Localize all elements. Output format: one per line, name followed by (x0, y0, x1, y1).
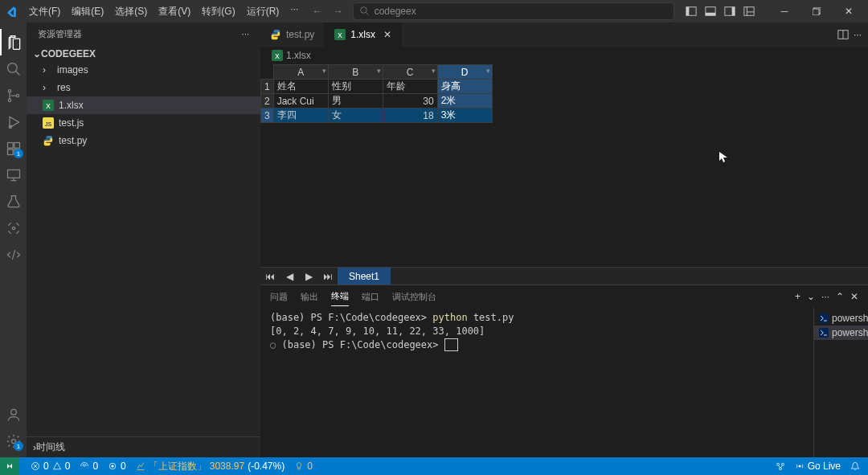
live-share-icon[interactable] (0, 241, 27, 268)
panel-close-icon[interactable]: ✕ (850, 291, 858, 302)
file-xlsx[interactable]: X 1.xlsx (27, 96, 260, 114)
cell[interactable]: 姓名 (273, 80, 328, 94)
cell[interactable]: 身高 (437, 80, 492, 94)
panel-tab-ports[interactable]: 端口 (362, 288, 379, 306)
testing-icon[interactable] (0, 188, 27, 215)
col-header-c[interactable]: C▾ (383, 65, 437, 80)
status-live-share[interactable] (771, 461, 790, 472)
extensions-icon[interactable]: 1 (0, 135, 27, 162)
timeline-section[interactable]: › 时间线 (27, 436, 260, 457)
window-minimize-icon[interactable]: ─ (770, 0, 799, 23)
tabs-bar: test.py X 1.xlsx ✕ ··· (260, 23, 868, 47)
menu-go[interactable]: 转到(G) (197, 3, 240, 20)
status-errors[interactable]: 0 0 (26, 461, 75, 472)
remote-explorer-icon[interactable] (0, 162, 27, 188)
sidebar-more-icon[interactable]: ··· (242, 29, 249, 39)
file-js[interactable]: JS test.js (27, 114, 260, 132)
menu-file[interactable]: 文件(F) (24, 3, 65, 20)
close-icon[interactable]: ✕ (383, 29, 391, 40)
folder-images[interactable]: › images (27, 61, 260, 79)
status-bulb[interactable]: 0 (289, 461, 317, 472)
layout-secondary-sidebar-icon[interactable] (722, 3, 738, 19)
search-icon[interactable] (0, 55, 27, 82)
terminal-split-icon[interactable]: ⌄ (807, 291, 815, 302)
activity-bar: 1 1 (0, 23, 27, 457)
terminal-output[interactable]: (base) PS F:\Code\codegeex> python test.… (260, 308, 813, 457)
col-header-b[interactable]: B▾ (328, 65, 383, 80)
cell[interactable]: 性别 (328, 80, 383, 94)
remote-indicator[interactable] (0, 457, 19, 475)
filter-icon[interactable]: ▾ (377, 67, 381, 75)
cell[interactable]: 30 (383, 94, 437, 109)
window-restore-icon[interactable] (802, 0, 831, 23)
sheet-first-icon[interactable]: ⏮ (260, 268, 280, 285)
svg-point-47 (781, 463, 784, 465)
folder-res[interactable]: › res (27, 79, 260, 96)
row-number[interactable]: 1 (261, 80, 274, 94)
customize-layout-icon[interactable] (741, 3, 757, 19)
menu-select[interactable]: 选择(S) (110, 3, 152, 20)
cell[interactable]: 女 (328, 109, 383, 123)
command-center-search[interactable]: codegeex (353, 2, 674, 20)
tree-root[interactable]: ⌄ CODEGEEX (27, 47, 260, 61)
row-number[interactable]: 2 (261, 94, 274, 109)
sheet-tab[interactable]: Sheet1 (338, 268, 391, 285)
tab-xlsx[interactable]: X 1.xlsx ✕ (325, 23, 402, 47)
nav-forward-icon[interactable]: → (334, 6, 343, 17)
filter-icon[interactable]: ▾ (432, 67, 436, 75)
col-header-d[interactable]: D▾ (437, 65, 492, 80)
layout-panel-icon[interactable] (702, 3, 719, 19)
cell[interactable]: 李四 (273, 109, 328, 123)
js-icon: JS (43, 117, 54, 129)
filter-icon[interactable]: ▾ (322, 67, 326, 75)
cell[interactable]: 男 (328, 94, 383, 109)
sheet-prev-icon[interactable]: ◀ (280, 268, 299, 285)
file-py[interactable]: test.py (27, 132, 260, 149)
svg-line-13 (15, 71, 19, 75)
settings-gear-icon[interactable]: 1 (0, 428, 27, 454)
panel-tab-output[interactable]: 输出 (301, 288, 318, 306)
status-go-live[interactable]: Go Live (790, 461, 845, 472)
sheet-next-icon[interactable]: ▶ (299, 268, 318, 285)
cell[interactable]: 18 (383, 109, 437, 123)
more-actions-icon[interactable]: ··· (854, 29, 862, 40)
status-ports[interactable]: 0 (75, 461, 103, 472)
layout-primary-sidebar-icon[interactable] (683, 3, 699, 19)
cell[interactable]: 年龄 (383, 80, 437, 94)
menu-more-icon[interactable]: ··· (285, 3, 303, 20)
explorer-icon[interactable] (0, 29, 27, 55)
terminal-item[interactable]: powershell (814, 311, 868, 326)
terminal-name: powershell (832, 313, 868, 324)
row-number[interactable]: 3 (261, 109, 274, 123)
svg-rect-19 (14, 142, 19, 148)
breadcrumb[interactable]: X 1.xlsx (260, 47, 868, 64)
status-radio[interactable]: 0 (103, 461, 131, 472)
panel-tab-problems[interactable]: 问题 (270, 288, 288, 306)
window-close-icon[interactable]: ✕ (834, 0, 863, 23)
panel-tab-debug[interactable]: 调试控制台 (392, 288, 436, 306)
menu-edit[interactable]: 编辑(E) (67, 3, 108, 20)
status-stock[interactable]: 「上证指数」 3038.97 (-0.47%) (131, 460, 289, 473)
menu-view[interactable]: 查看(V) (154, 3, 195, 20)
menu-run[interactable]: 运行(R) (242, 3, 285, 20)
cell[interactable]: 3米 (437, 109, 492, 123)
panel-tab-terminal[interactable]: 终端 (331, 287, 349, 306)
cell[interactable]: 2米 (437, 94, 492, 109)
new-terminal-icon[interactable]: + (795, 291, 800, 302)
status-notifications-icon[interactable] (845, 461, 865, 472)
accounts-icon[interactable] (0, 401, 27, 428)
source-control-icon[interactable] (0, 82, 27, 109)
nav-back-icon[interactable]: ← (313, 6, 322, 17)
run-debug-icon[interactable] (0, 109, 27, 135)
filter-icon[interactable]: ▾ (486, 67, 490, 75)
tab-test-py[interactable]: test.py (260, 23, 325, 47)
sheet-last-icon[interactable]: ⏭ (318, 268, 338, 285)
split-editor-icon[interactable] (837, 29, 849, 40)
svg-point-46 (776, 463, 779, 465)
codegeex-icon[interactable] (0, 215, 27, 241)
panel-maximize-icon[interactable]: ⌃ (836, 291, 844, 302)
col-header-a[interactable]: A▾ (273, 65, 328, 80)
cell[interactable]: Jack Cui (273, 94, 328, 109)
panel-more-icon[interactable]: ··· (821, 291, 829, 302)
terminal-item[interactable]: powershell (814, 326, 868, 340)
